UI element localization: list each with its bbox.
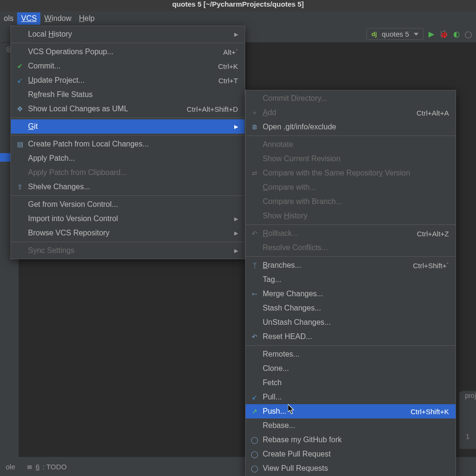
menu-commit[interactable]: ✔ Commit... Ctrl+K <box>11 59 245 73</box>
menu-get-from-vc[interactable]: Get from Version Control... <box>11 197 245 212</box>
mouse-cursor-icon <box>288 404 295 415</box>
menu-local-history[interactable]: Local History ▶ <box>11 27 245 41</box>
stop-button[interactable]: ◯ <box>465 30 472 38</box>
menu-import-into-vc[interactable]: Import into Version Control ▶ <box>11 212 245 226</box>
menu-update-project[interactable]: ↙ Update Project... Ctrl+T <box>11 73 245 87</box>
run-button[interactable]: ▶ <box>428 29 434 39</box>
menu-merge-changes[interactable]: ⤚ Merge Changes... <box>246 287 456 301</box>
menu-unstash-changes[interactable]: UnStash Changes... <box>246 315 456 330</box>
menu-commit-directory[interactable]: Commit Directory... <box>246 91 456 106</box>
coverage-button[interactable]: ◐ <box>453 29 460 39</box>
window-titlebar: quotes 5 [~/PycharmProjects/quotes 5] <box>0 0 476 11</box>
submenu-arrow-icon: ▶ <box>234 248 238 254</box>
vcs-dropdown-menu: Local History ▶ VCS Operations Popup... … <box>10 26 245 259</box>
menu-vcs[interactable]: VCS <box>17 12 40 25</box>
separator <box>246 136 456 136</box>
github-icon: ◯ <box>249 465 260 472</box>
git-submenu: Commit Directory... + Add Ctrl+Alt+A 🗎 O… <box>245 90 456 476</box>
menu-apply-patch-clipboard[interactable]: Apply Patch from Clipboard... <box>11 165 245 180</box>
separator <box>246 345 456 346</box>
menu-add[interactable]: + Add Ctrl+Alt+A <box>246 106 456 120</box>
menu-view-pr[interactable]: ◯ View Pull Requests <box>246 461 456 476</box>
separator <box>11 242 245 242</box>
submenu-arrow-icon: ▶ <box>234 230 238 236</box>
menu-compare-with[interactable]: Compare with... <box>246 180 456 194</box>
separator <box>11 117 245 118</box>
console-tab[interactable]: ole <box>0 463 21 471</box>
menu-branches[interactable]: ᛘ Branches... Ctrl+Shift+` <box>246 258 456 272</box>
separator <box>11 195 245 196</box>
menu-git[interactable]: Git ▶ <box>11 119 245 134</box>
menu-rebase[interactable]: Rebase... <box>246 418 456 433</box>
reset-icon: ↶ <box>249 333 260 340</box>
github-icon: ◯ <box>249 450 260 458</box>
menu-create-pr[interactable]: ◯ Create Pull Request <box>246 447 456 461</box>
django-icon: dj <box>371 30 377 38</box>
github-icon: ◯ <box>249 436 260 444</box>
right-gutter: 1 <box>459 392 476 449</box>
push-icon: ↗ <box>249 408 260 415</box>
separator <box>246 256 456 257</box>
run-config-label: quotes 5 <box>381 30 409 38</box>
menu-open-exclude[interactable]: 🗎 Open .git/info/exclude <box>246 120 456 134</box>
separator <box>11 43 245 43</box>
debug-button[interactable]: 🐞 <box>439 29 448 39</box>
menu-rollback[interactable]: ↶ Rollback... Ctrl+Alt+Z <box>246 226 456 241</box>
check-icon: ✔ <box>15 62 25 70</box>
pull-icon: ↙ <box>249 393 260 401</box>
menu-window[interactable]: Window <box>40 12 75 25</box>
menu-compare-branch[interactable]: Compare with Branch... <box>246 194 456 209</box>
todo-tab[interactable]: ≣ 6: TODO <box>21 462 72 471</box>
menu-show-history[interactable]: Show History <box>246 209 456 223</box>
submenu-arrow-icon: ▶ <box>234 31 238 38</box>
menu-fetch[interactable]: Fetch <box>246 376 456 390</box>
menu-help[interactable]: Help <box>75 12 98 25</box>
menu-sync-settings[interactable]: Sync Settings ▶ <box>11 243 245 258</box>
shelve-icon: ⇧ <box>15 183 25 191</box>
menu-stash-changes[interactable]: Stash Changes... <box>246 301 456 315</box>
menu-browse-vcs-repo[interactable]: Browse VCS Repository ▶ <box>11 226 245 240</box>
menu-shelve-changes[interactable]: ⇧ Shelve Changes... <box>11 180 245 194</box>
menu-vcs-ops-popup[interactable]: VCS Operations Popup... Alt+` <box>11 45 245 59</box>
menu-remotes[interactable]: Remotes... <box>246 347 456 361</box>
main-menubar: ols VCS Window Help <box>0 11 476 26</box>
menu-show-current-rev[interactable]: Show Current Revision <box>246 152 456 166</box>
menu-compare-same-repo[interactable]: ⇄ Compare with the Same Repository Versi… <box>246 166 456 180</box>
menu-tools[interactable]: ols <box>0 12 17 25</box>
update-icon: ↙ <box>15 77 25 84</box>
uml-icon: ✥ <box>15 105 25 113</box>
menu-apply-patch[interactable]: Apply Patch... <box>11 151 245 165</box>
menu-tag[interactable]: Tag... <box>246 272 456 287</box>
plus-icon: + <box>249 109 260 117</box>
rollback-icon: ↶ <box>249 230 260 237</box>
right-count: 1 <box>466 433 470 440</box>
chevron-down-icon <box>414 33 419 36</box>
patch-icon: ▤ <box>15 140 25 148</box>
menu-refresh-status[interactable]: Refresh File Status <box>11 87 245 102</box>
menu-rebase-fork[interactable]: ◯ Rebase my GitHub fork <box>246 433 456 447</box>
submenu-arrow-icon: ▶ <box>234 124 238 130</box>
menu-annotate[interactable]: Annotate <box>246 137 456 152</box>
right-proj-label[interactable]: proj <box>462 391 476 400</box>
run-config-selector[interactable]: dj quotes 5 <box>366 28 424 40</box>
menu-pull[interactable]: ↙ Pull... <box>246 390 456 404</box>
menu-show-local-changes-uml[interactable]: ✥ Show Local Changes as UML Ctrl+Alt+Shi… <box>11 102 245 116</box>
branch-icon: ᛘ <box>249 262 260 269</box>
compare-icon: ⇄ <box>249 169 260 177</box>
separator <box>11 135 245 136</box>
separator <box>246 224 456 225</box>
file-icon: 🗎 <box>249 123 260 131</box>
menu-push[interactable]: ↗ Push... Ctrl+Shift+K <box>246 404 456 418</box>
menu-resolve-conflicts[interactable]: Resolve Conflicts... <box>246 241 456 255</box>
menu-reset-head[interactable]: ↶ Reset HEAD... <box>246 330 456 344</box>
merge-icon: ⤚ <box>249 290 260 298</box>
menu-create-patch[interactable]: ▤ Create Patch from Local Changes... <box>11 137 245 151</box>
submenu-arrow-icon: ▶ <box>234 216 238 222</box>
window-title: quotes 5 [~/PycharmProjects/quotes 5] <box>172 0 304 8</box>
menu-clone[interactable]: Clone... <box>246 361 456 376</box>
